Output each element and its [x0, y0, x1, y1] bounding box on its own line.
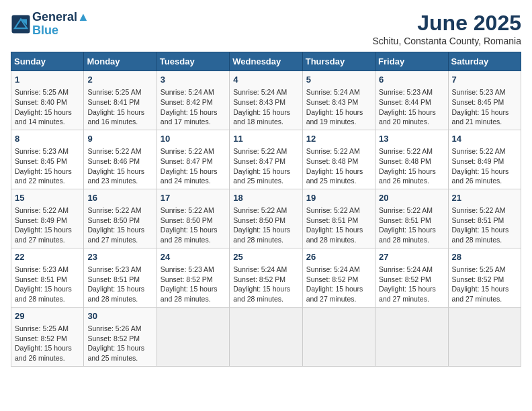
- weekday-header-friday: Friday: [375, 52, 448, 71]
- weekday-header-sunday: Sunday: [11, 52, 84, 71]
- weekday-header-thursday: Thursday: [302, 52, 375, 71]
- day-info: Sunrise: 5:24 AM Sunset: 8:52 PM Dayligh…: [379, 265, 444, 304]
- calendar-week-row: 8Sunrise: 5:23 AM Sunset: 8:45 PM Daylig…: [11, 130, 521, 189]
- calendar-cell: 6Sunrise: 5:23 AM Sunset: 8:44 PM Daylig…: [375, 71, 448, 130]
- calendar-cell: 2Sunrise: 5:25 AM Sunset: 8:41 PM Daylig…: [84, 71, 157, 130]
- calendar-cell: 7Sunrise: 5:23 AM Sunset: 8:45 PM Daylig…: [448, 71, 521, 130]
- calendar-cell: [302, 307, 375, 366]
- day-info: Sunrise: 5:25 AM Sunset: 8:52 PM Dayligh…: [15, 324, 80, 363]
- logo-text: General▲ Blue: [32, 11, 89, 38]
- day-info: Sunrise: 5:23 AM Sunset: 8:51 PM Dayligh…: [15, 265, 80, 304]
- calendar-cell: [375, 307, 448, 366]
- title-block: June 2025 Schitu, Constanta County, Roma…: [372, 11, 521, 46]
- day-info: Sunrise: 5:25 AM Sunset: 8:41 PM Dayligh…: [87, 87, 152, 127]
- day-number: 23: [87, 251, 152, 263]
- calendar-cell: 23Sunrise: 5:23 AM Sunset: 8:51 PM Dayli…: [84, 248, 157, 307]
- calendar-cell: 1Sunrise: 5:25 AM Sunset: 8:40 PM Daylig…: [11, 71, 84, 130]
- day-info: Sunrise: 5:22 AM Sunset: 8:50 PM Dayligh…: [161, 205, 226, 245]
- day-number: 10: [161, 133, 226, 145]
- day-number: 15: [15, 192, 80, 204]
- logo-icon: [11, 14, 31, 34]
- calendar-cell: 20Sunrise: 5:22 AM Sunset: 8:51 PM Dayli…: [375, 189, 448, 248]
- calendar-week-row: 22Sunrise: 5:23 AM Sunset: 8:51 PM Dayli…: [11, 248, 521, 307]
- day-number: 11: [233, 133, 298, 145]
- calendar-cell: [157, 307, 229, 366]
- calendar-cell: 15Sunrise: 5:22 AM Sunset: 8:49 PM Dayli…: [11, 189, 84, 248]
- day-number: 6: [379, 74, 444, 86]
- month-title: June 2025: [372, 11, 521, 36]
- day-number: 17: [161, 192, 226, 204]
- day-number: 18: [233, 192, 298, 204]
- day-number: 3: [161, 74, 226, 86]
- calendar-cell: 29Sunrise: 5:25 AM Sunset: 8:52 PM Dayli…: [11, 307, 84, 366]
- calendar-cell: 30Sunrise: 5:26 AM Sunset: 8:52 PM Dayli…: [84, 307, 157, 366]
- day-number: 20: [379, 192, 444, 204]
- day-info: Sunrise: 5:22 AM Sunset: 8:47 PM Dayligh…: [233, 146, 298, 186]
- calendar-cell: 18Sunrise: 5:22 AM Sunset: 8:50 PM Dayli…: [230, 189, 302, 248]
- day-number: 12: [306, 133, 371, 145]
- day-number: 9: [87, 133, 152, 145]
- calendar-cell: 16Sunrise: 5:22 AM Sunset: 8:50 PM Dayli…: [84, 189, 157, 248]
- day-info: Sunrise: 5:25 AM Sunset: 8:40 PM Dayligh…: [15, 87, 80, 127]
- calendar-cell: 22Sunrise: 5:23 AM Sunset: 8:51 PM Dayli…: [11, 248, 84, 307]
- day-number: 30: [87, 310, 152, 322]
- day-info: Sunrise: 5:22 AM Sunset: 8:50 PM Dayligh…: [233, 205, 298, 245]
- day-number: 14: [452, 133, 517, 145]
- day-number: 2: [87, 74, 152, 86]
- day-info: Sunrise: 5:24 AM Sunset: 8:42 PM Dayligh…: [161, 87, 226, 127]
- day-info: Sunrise: 5:23 AM Sunset: 8:45 PM Dayligh…: [452, 87, 517, 127]
- calendar-cell: 13Sunrise: 5:22 AM Sunset: 8:48 PM Dayli…: [375, 130, 448, 189]
- calendar-cell: 11Sunrise: 5:22 AM Sunset: 8:47 PM Dayli…: [230, 130, 302, 189]
- day-number: 27: [379, 251, 444, 263]
- logo: General▲ Blue: [11, 11, 89, 38]
- calendar-cell: 5Sunrise: 5:24 AM Sunset: 8:43 PM Daylig…: [302, 71, 375, 130]
- calendar-cell: 24Sunrise: 5:23 AM Sunset: 8:52 PM Dayli…: [157, 248, 229, 307]
- day-info: Sunrise: 5:24 AM Sunset: 8:43 PM Dayligh…: [306, 87, 371, 127]
- day-number: 5: [306, 74, 371, 86]
- day-info: Sunrise: 5:22 AM Sunset: 8:47 PM Dayligh…: [161, 146, 226, 186]
- day-number: 4: [233, 74, 298, 86]
- day-info: Sunrise: 5:22 AM Sunset: 8:50 PM Dayligh…: [87, 205, 152, 245]
- weekday-header-monday: Monday: [84, 52, 157, 71]
- calendar-cell: 21Sunrise: 5:22 AM Sunset: 8:51 PM Dayli…: [448, 189, 521, 248]
- day-info: Sunrise: 5:25 AM Sunset: 8:52 PM Dayligh…: [452, 265, 517, 304]
- weekday-header-wednesday: Wednesday: [230, 52, 302, 71]
- day-number: 8: [15, 133, 80, 145]
- day-info: Sunrise: 5:22 AM Sunset: 8:49 PM Dayligh…: [15, 205, 80, 245]
- calendar-cell: 12Sunrise: 5:22 AM Sunset: 8:48 PM Dayli…: [302, 130, 375, 189]
- calendar-cell: 27Sunrise: 5:24 AM Sunset: 8:52 PM Dayli…: [375, 248, 448, 307]
- day-number: 1: [15, 74, 80, 86]
- calendar-week-row: 29Sunrise: 5:25 AM Sunset: 8:52 PM Dayli…: [11, 307, 521, 366]
- location-title: Schitu, Constanta County, Romania: [372, 36, 521, 46]
- day-number: 24: [161, 251, 226, 263]
- day-info: Sunrise: 5:22 AM Sunset: 8:48 PM Dayligh…: [379, 146, 444, 186]
- calendar-cell: 10Sunrise: 5:22 AM Sunset: 8:47 PM Dayli…: [157, 130, 229, 189]
- calendar-cell: [448, 307, 521, 366]
- day-info: Sunrise: 5:22 AM Sunset: 8:48 PM Dayligh…: [306, 146, 371, 186]
- day-number: 13: [379, 133, 444, 145]
- day-info: Sunrise: 5:23 AM Sunset: 8:45 PM Dayligh…: [15, 146, 80, 186]
- calendar-week-row: 15Sunrise: 5:22 AM Sunset: 8:49 PM Dayli…: [11, 189, 521, 248]
- day-info: Sunrise: 5:23 AM Sunset: 8:52 PM Dayligh…: [161, 265, 226, 304]
- day-info: Sunrise: 5:24 AM Sunset: 8:52 PM Dayligh…: [233, 265, 298, 304]
- weekday-header-tuesday: Tuesday: [157, 52, 229, 71]
- day-number: 28: [452, 251, 517, 263]
- calendar-header-row: SundayMondayTuesdayWednesdayThursdayFrid…: [11, 52, 521, 71]
- calendar-cell: 3Sunrise: 5:24 AM Sunset: 8:42 PM Daylig…: [157, 71, 229, 130]
- day-info: Sunrise: 5:22 AM Sunset: 8:51 PM Dayligh…: [379, 205, 444, 245]
- day-number: 19: [306, 192, 371, 204]
- calendar-cell: 19Sunrise: 5:22 AM Sunset: 8:51 PM Dayli…: [302, 189, 375, 248]
- page-header: General▲ Blue June 2025 Schitu, Constant…: [11, 11, 521, 46]
- day-info: Sunrise: 5:24 AM Sunset: 8:52 PM Dayligh…: [306, 265, 371, 304]
- weekday-header-saturday: Saturday: [448, 52, 521, 71]
- day-info: Sunrise: 5:22 AM Sunset: 8:51 PM Dayligh…: [306, 205, 371, 245]
- day-info: Sunrise: 5:22 AM Sunset: 8:49 PM Dayligh…: [452, 146, 517, 186]
- calendar-cell: 25Sunrise: 5:24 AM Sunset: 8:52 PM Dayli…: [230, 248, 302, 307]
- calendar-cell: 8Sunrise: 5:23 AM Sunset: 8:45 PM Daylig…: [11, 130, 84, 189]
- day-info: Sunrise: 5:24 AM Sunset: 8:43 PM Dayligh…: [233, 87, 298, 127]
- day-number: 16: [87, 192, 152, 204]
- calendar-week-row: 1Sunrise: 5:25 AM Sunset: 8:40 PM Daylig…: [11, 71, 521, 130]
- day-number: 25: [233, 251, 298, 263]
- calendar-cell: 26Sunrise: 5:24 AM Sunset: 8:52 PM Dayli…: [302, 248, 375, 307]
- day-number: 7: [452, 74, 517, 86]
